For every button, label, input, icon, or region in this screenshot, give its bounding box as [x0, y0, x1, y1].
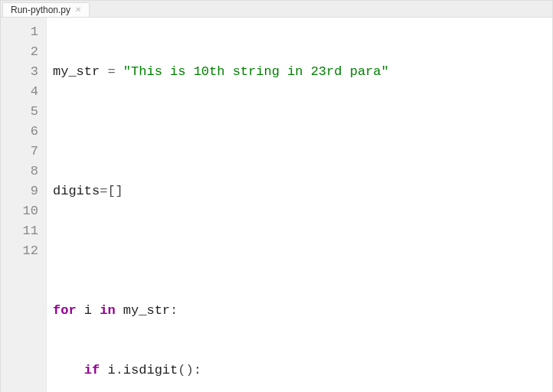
line-number: 11 [1, 221, 38, 241]
line-number: 5 [1, 102, 38, 122]
line-number-gutter: 1 2 3 4 5 6 7 8 9 10 11 12 [1, 18, 47, 392]
code-line: for i in my_str: [53, 301, 389, 321]
line-number: 4 [1, 82, 38, 102]
code-line [53, 241, 389, 261]
code-line [53, 122, 389, 142]
code-line: if i.isdigit(): [53, 361, 389, 381]
line-number: 2 [1, 42, 38, 62]
code-line: digits=[] [53, 181, 389, 201]
code-editor[interactable]: 1 2 3 4 5 6 7 8 9 10 11 12 my_str = "Thi… [1, 18, 552, 392]
code-area[interactable]: my_str = "This is 10th string in 23rd pa… [47, 18, 389, 392]
line-number: 1 [1, 22, 38, 42]
line-number: 7 [1, 142, 38, 162]
close-icon[interactable]: ✕ [75, 6, 81, 14]
line-number: 6 [1, 122, 38, 142]
editor-tab[interactable]: Run-python.py ✕ [2, 2, 90, 17]
editor-tab-label: Run-python.py [11, 5, 70, 15]
line-number: 9 [1, 181, 38, 201]
line-number: 12 [1, 241, 38, 261]
editor-tab-bar: Run-python.py ✕ [1, 1, 552, 18]
line-number: 10 [1, 201, 38, 221]
line-number: 3 [1, 62, 38, 82]
line-number: 8 [1, 162, 38, 181]
editor-panel: Run-python.py ✕ 1 2 3 4 5 6 7 8 9 10 11 … [0, 0, 553, 392]
code-line: my_str = "This is 10th string in 23rd pa… [53, 62, 389, 82]
